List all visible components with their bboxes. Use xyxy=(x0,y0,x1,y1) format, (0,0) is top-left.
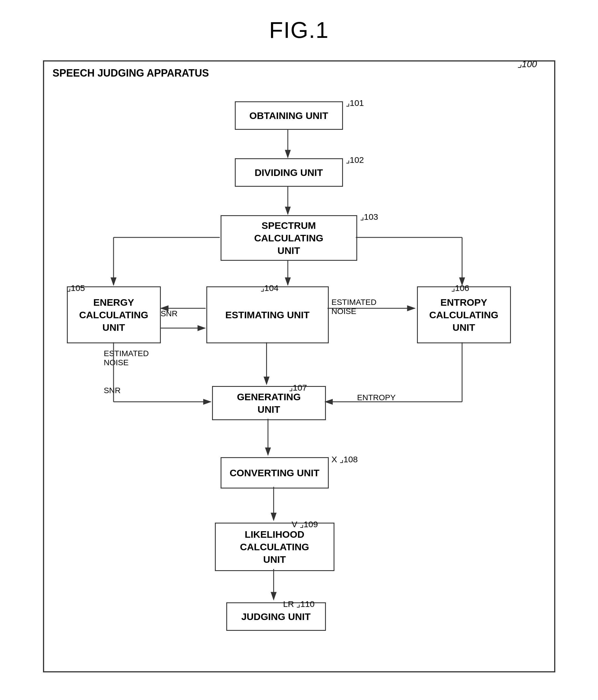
ref-103: ⌟103 xyxy=(360,212,378,222)
ref-104: ⌟104 xyxy=(260,283,279,293)
box-estimating: ESTIMATING UNIT xyxy=(206,286,329,343)
ref-105: ⌟105 xyxy=(67,283,85,293)
box-dividing: DIVIDING UNIT xyxy=(235,158,343,187)
box-obtaining: OBTAINING UNIT xyxy=(235,101,343,130)
ref-100: ⌟100 xyxy=(518,59,537,70)
ref-101: ⌟101 xyxy=(346,98,364,108)
ref-102: ⌟102 xyxy=(346,155,364,165)
ref-107: ⌟107 xyxy=(289,382,307,393)
estimated-noise-right-label: ESTIMATED NOISE xyxy=(331,298,377,316)
entropy-label: ENTROPY xyxy=(357,393,396,402)
box-generating: GENERATING UNIT xyxy=(212,386,326,420)
page-title: FIG.1 xyxy=(269,17,329,43)
box-entropy: ENTROPY CALCULATING UNIT xyxy=(417,286,511,343)
snr-label-right: SNR xyxy=(161,309,178,318)
ref-108: X ⌟108 xyxy=(331,454,358,464)
estimated-noise-left-label: ESTIMATED NOISE xyxy=(104,349,149,367)
ref-109: V ⌟109 xyxy=(292,519,318,529)
ref-106: ⌟106 xyxy=(451,283,469,293)
box-spectrum: SPECTRUM CALCULATING UNIT xyxy=(221,215,357,261)
diagram-container: ⌟100 SPEECH JUDGING APPARATUS OBTAINING … xyxy=(43,60,555,672)
box-energy: ENERGY CALCULATING UNIT xyxy=(67,286,161,343)
box-likelihood: LIKELIHOOD CALCULATING UNIT xyxy=(215,523,334,571)
snr-label-left: SNR xyxy=(104,386,121,395)
apparatus-label: SPEECH JUDGING APPARATUS xyxy=(53,67,209,79)
box-converting: CONVERTING UNIT xyxy=(221,457,329,489)
ref-110: LR ⌟110 xyxy=(283,599,315,609)
